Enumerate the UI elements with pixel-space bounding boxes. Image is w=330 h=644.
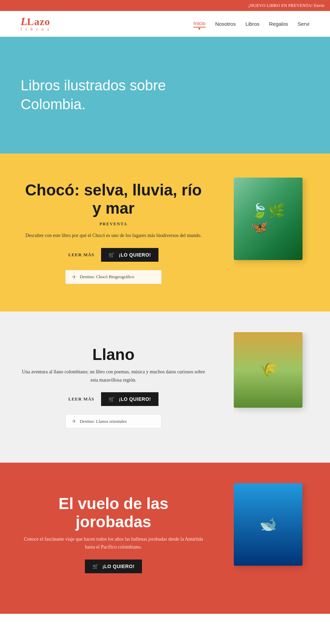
product-llano-title: Llano bbox=[21, 346, 206, 364]
choco-destination: ✈ Destino: Chocó Biogeográfico bbox=[65, 270, 162, 284]
hero-title: Libros ilustrados sobre Colombia. bbox=[21, 76, 199, 114]
announcement-bar: ¡NUEVO LIBRO EN PREVENTA! Envío bbox=[0, 0, 330, 11]
product-choco: Chocó: selva, lluvia, río y mar PREVENTA… bbox=[0, 154, 330, 312]
product-ballenas-actions: ¡LO QUIERO! bbox=[21, 560, 206, 573]
cart-icon-llano bbox=[109, 396, 116, 402]
nav-inicio[interactable]: Inicio bbox=[194, 20, 206, 27]
logo[interactable]: LLazo l i b r o s bbox=[21, 16, 50, 32]
product-choco-badge: PREVENTA bbox=[21, 222, 206, 227]
plane-icon: ✈ bbox=[72, 274, 76, 280]
product-ballenas: El vuelo de las jorobadas Conoce el fasc… bbox=[0, 463, 330, 614]
announcement-text: ¡NUEVO LIBRO EN PREVENTA! Envío bbox=[249, 3, 324, 8]
product-choco-actions: LEER MÁS ¡LO QUIERO! bbox=[21, 248, 206, 262]
choco-book-image bbox=[234, 178, 330, 287]
choco-buy-btn[interactable]: ¡LO QUIERO! bbox=[101, 248, 158, 262]
product-ballenas-desc: Conoce el fascinante viaje que hacen tod… bbox=[21, 535, 206, 552]
product-choco-desc: Descubre con este libro por qué el Chocó… bbox=[21, 231, 206, 240]
choco-buy-label: ¡LO QUIERO! bbox=[119, 252, 151, 258]
llano-buy-label: ¡LO QUIERO! bbox=[119, 396, 151, 402]
product-ballenas-content: El vuelo de las jorobadas Conoce el fasc… bbox=[21, 495, 206, 581]
ballenas-book-image: 🐋 bbox=[234, 483, 330, 593]
plane-icon-llano: ✈ bbox=[72, 418, 76, 425]
header: LLazo l i b r o s Inicio Nosotros Libros… bbox=[0, 11, 330, 37]
llano-destination-text: Destino: Llanos orientales bbox=[80, 419, 126, 424]
ballenas-buy-label: ¡LO QUIERO! bbox=[102, 564, 134, 569]
product-choco-content: Chocó: selva, lluvia, río y mar PREVENTA… bbox=[21, 181, 206, 284]
main-nav: Inicio Nosotros Libros Regalos Servi bbox=[194, 20, 309, 27]
product-llano: Llano Una aventura al llano colombiano; … bbox=[0, 312, 330, 463]
llano-buy-btn[interactable]: ¡LO QUIERO! bbox=[101, 392, 158, 406]
nav-regalos[interactable]: Regalos bbox=[269, 21, 288, 27]
product-llano-desc: Una aventura al llano colombiano; un lib… bbox=[21, 368, 206, 384]
ballenas-buy-btn[interactable]: ¡LO QUIERO! bbox=[85, 560, 142, 573]
ballenas-book-visual: 🐋 bbox=[234, 483, 302, 566]
product-llano-content: Llano Una aventura al llano colombiano; … bbox=[21, 346, 206, 428]
llano-destination: ✈ Destino: Llanos orientales bbox=[65, 414, 162, 428]
nav-libros[interactable]: Libros bbox=[245, 21, 260, 27]
nav-servi: Servi bbox=[298, 21, 309, 27]
choco-destination-text: Destino: Chocó Biogeográfico bbox=[80, 274, 134, 280]
cart-icon-ballenas bbox=[92, 564, 100, 569]
product-ballenas-title: El vuelo de las jorobadas bbox=[21, 495, 206, 531]
logo-main: LLazo bbox=[21, 16, 50, 27]
hero-section: Libros ilustrados sobre Colombia. bbox=[0, 37, 330, 154]
llano-book-visual: 🌾 bbox=[234, 332, 302, 408]
product-choco-title: Chocó: selva, lluvia, río y mar bbox=[21, 181, 206, 217]
cart-icon bbox=[109, 252, 116, 258]
llano-read-more-btn[interactable]: LEER MÁS bbox=[68, 396, 95, 402]
nav-nosotros[interactable]: Nosotros bbox=[215, 21, 236, 27]
product-llano-actions: LEER MÁS ¡LO QUIERO! bbox=[21, 392, 206, 406]
llano-book-image: 🌾 bbox=[234, 332, 330, 442]
choco-read-more-btn[interactable]: LEER MÁS bbox=[68, 252, 95, 258]
logo-sub: l i b r o s bbox=[21, 27, 50, 32]
choco-book-visual bbox=[234, 178, 302, 260]
